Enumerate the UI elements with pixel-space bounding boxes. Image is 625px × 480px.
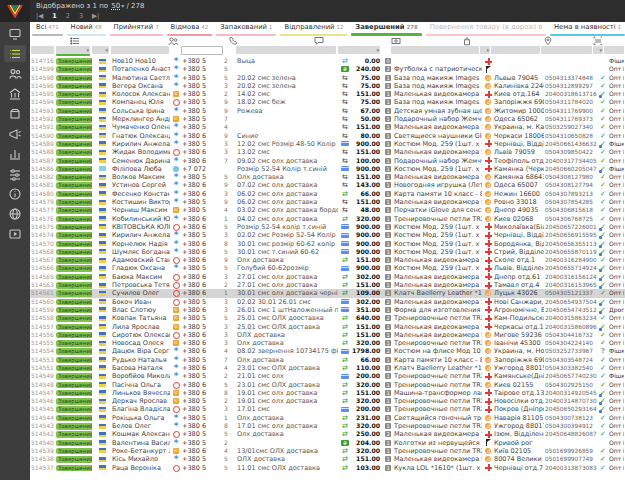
table-row[interactable]: 514592 Завершений Мерклингер Андрей lc +…: [30, 115, 625, 123]
phone[interactable]: +380 5: [181, 397, 223, 405]
phone[interactable]: +380 5: [181, 298, 223, 306]
table-row[interactable]: 514546 Завершений Деркач Ярослав lc +380…: [30, 397, 625, 405]
customer-name[interactable]: Корнелюк Надія Та..: [111, 240, 170, 248]
sidebar-item-dashboard[interactable]: [4, 25, 26, 42]
customer-name[interactable]: Деркач Ярослав: [111, 397, 170, 405]
table-row[interactable]: 514560 Завершений Бокоч Иван +380 5 3 02…: [30, 298, 625, 306]
first-page-button[interactable]: |◀: [36, 12, 43, 20]
filter-tag[interactable]: [604, 46, 624, 54]
filter-phone-input[interactable]: [181, 46, 223, 55]
table-row[interactable]: 514537 Завершений Раца Вероніка +380 5 5…: [30, 464, 625, 472]
customer-name[interactable]: Новосад Олеся: [111, 339, 170, 347]
phone[interactable]: +380 6: [181, 289, 223, 297]
phone[interactable]: +380 5: [181, 405, 223, 413]
table-row[interactable]: 514598 Завершений Малютина Светлана * +3…: [30, 74, 625, 82]
phone[interactable]: +380 5: [181, 98, 223, 106]
tab-запакований[interactable]: Запакований1: [214, 22, 278, 36]
customer-name[interactable]: Кирилич Анжела: [111, 140, 170, 148]
table-row[interactable]: 514548 Завершений Пасічна Ольга +380 6 5…: [30, 381, 625, 389]
customer-name[interactable]: Благіна Владіслава: [111, 405, 170, 413]
table-row[interactable]: 514591 Завершений Чумаченко Олена * +380…: [30, 123, 625, 131]
phone[interactable]: +380 5: [181, 198, 223, 206]
phone[interactable]: +380 6: [181, 273, 223, 281]
customer-name[interactable]: Кобилинський Юрий: [111, 215, 170, 223]
phone[interactable]: +380 6: [181, 132, 223, 140]
table-row[interactable]: 514568 Завершений Шумляс Богдана Ан.. * …: [30, 248, 625, 256]
customer-name[interactable]: Сольська Ірина: [111, 107, 170, 115]
table-row[interactable]: 514567 Завершений Адамовский Станис.. +3…: [30, 256, 625, 264]
page-size-dropdown[interactable]: 50: [111, 2, 120, 10]
phone[interactable]: +380 6: [181, 256, 223, 264]
phone[interactable]: +380 6: [181, 281, 223, 289]
customer-name[interactable]: Мерклингер Андрей: [111, 115, 170, 123]
table-row[interactable]: 514590 Завершений Гнатюк Олександр * +38…: [30, 132, 625, 140]
customer-name[interactable]: Раца Вероніка: [111, 464, 170, 472]
customer-name[interactable]: Шумляс Богдана Ан..: [111, 248, 170, 256]
sidebar-item-info[interactable]: [4, 185, 26, 202]
phone[interactable]: +380 5: [181, 464, 223, 472]
phone[interactable]: +380 5: [181, 115, 223, 123]
customer-name[interactable]: Белов Олег: [111, 422, 170, 430]
filter-country[interactable]: ▾: [92, 46, 109, 54]
table-row[interactable]: 514579 Завершений Костишин Виктор * +380…: [30, 198, 625, 206]
table-row[interactable]: 514716 Завершений Нов10 Нов10 * +380 5 2…: [30, 57, 625, 65]
last-page-button[interactable]: ▶|: [92, 12, 99, 20]
table-row[interactable]: 514547 Завершений Линьков Вячеслав lc +3…: [30, 389, 625, 397]
customer-name[interactable]: Баюка Максим: [111, 273, 170, 281]
sidebar-item-products[interactable]: [4, 105, 26, 122]
phone[interactable]: +380 5: [181, 90, 223, 98]
customer-name[interactable]: Волков Максим: [111, 173, 170, 181]
phone[interactable]: +380 6: [181, 339, 223, 347]
phone[interactable]: +380 6: [181, 248, 223, 256]
table-row[interactable]: 514558 Завершений Ковпак Татьяна lc +380…: [30, 314, 625, 322]
customer-name[interactable]: Басова Наталя: [111, 364, 170, 372]
phone[interactable]: +380 6: [181, 240, 223, 248]
customer-name[interactable]: Чумаченко Олена: [111, 123, 170, 131]
table-row[interactable]: 514581 Завершений Устинов Сергей * +380 …: [30, 181, 625, 189]
customer-name[interactable]: КВІТОВСЬКА ЮЛІЯ: [111, 223, 170, 231]
customer-name[interactable]: Устинов Сергей: [111, 181, 170, 189]
sidebar-item-stats[interactable]: [4, 145, 26, 162]
table-row[interactable]: 514599 Завершений Потапенко Анастас.. * …: [30, 65, 625, 73]
sidebar-item-clients[interactable]: [4, 65, 26, 82]
table-row[interactable]: 514551 Завершений Басова Наталя * +380 6…: [30, 364, 625, 372]
page-button-3[interactable]: 3: [79, 12, 83, 20]
customer-name[interactable]: Кирилич Анжела Ол..: [111, 231, 170, 239]
table-row[interactable]: 514556 Завершений Сиротюк Олександр +380…: [30, 331, 625, 339]
phone[interactable]: +380 5: [181, 206, 223, 214]
table-row[interactable]: 514580 Завершений Фесенко Константин * +…: [30, 190, 625, 198]
customer-name[interactable]: Лила Ярослав: [111, 323, 170, 331]
phone[interactable]: +380 6: [181, 181, 223, 189]
table-row[interactable]: 514542 Завершений Кошмак Александр +380 …: [30, 430, 625, 438]
phone[interactable]: +380 6: [181, 148, 223, 156]
table-row[interactable]: 514538 Завершений Кісь Михайло * +380 5 …: [30, 455, 625, 463]
customer-name[interactable]: Рокіцька Ольга: [111, 414, 170, 422]
customer-name[interactable]: Нов10 Нов10: [111, 57, 170, 65]
tab-завершений[interactable]: Завершений278: [349, 22, 424, 36]
tab-прийнятий[interactable]: Прийнятий7: [108, 22, 165, 36]
table-row[interactable]: 514539 Завершений Роке-Бетанкурт Лін.. l…: [30, 447, 625, 455]
customer-name[interactable]: Пасічна Ольга: [111, 381, 170, 389]
phone[interactable]: +380 5: [181, 231, 223, 239]
customer-name[interactable]: Філіпова Люба: [111, 165, 170, 173]
customer-name[interactable]: Кошмак Александр: [111, 430, 170, 438]
filter-status[interactable]: ▾: [56, 46, 90, 56]
customer-name[interactable]: Колосок Александр: [111, 90, 170, 98]
customer-name[interactable]: Кісь Михайло: [111, 455, 170, 463]
sidebar-item-marketing[interactable]: [4, 125, 26, 142]
phone[interactable]: +380 5: [181, 65, 223, 73]
table-row[interactable]: 514555 Завершений Новосад Олеся lc +380 …: [30, 339, 625, 347]
phone[interactable]: +380 6: [181, 389, 223, 397]
table-row[interactable]: 514549 Завершений Воробйов Микола * +380…: [30, 372, 625, 380]
table-row[interactable]: 514561 Завершений Сучилов Олег +380 6 1 …: [30, 289, 625, 297]
customer-name[interactable]: Валентина Васильє..: [111, 439, 170, 447]
tab-новий[interactable]: Новий48: [65, 22, 108, 36]
customer-name[interactable]: Сиротюк Олександр: [111, 331, 170, 339]
filter-product[interactable]: [391, 46, 479, 54]
phone[interactable]: +380 5: [181, 264, 223, 272]
page-button-1[interactable]: 1: [52, 12, 57, 20]
sidebar-item-integrations[interactable]: [4, 205, 26, 222]
phone[interactable]: +380 5: [181, 430, 223, 438]
table-row[interactable]: 514596 Завершений Вегера Оксана * +380 5…: [30, 82, 625, 90]
sidebar-item-video[interactable]: [4, 225, 26, 242]
